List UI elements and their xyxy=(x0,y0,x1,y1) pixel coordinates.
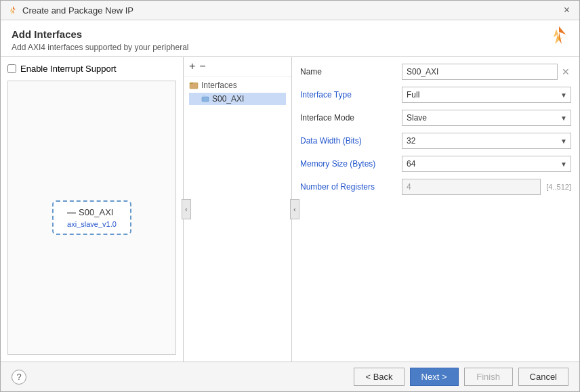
name-label: Name xyxy=(300,67,402,77)
interfaces-label: Interfaces xyxy=(201,81,237,90)
memory-size-select[interactable]: 64 128 256 xyxy=(402,156,571,172)
ip-block: — S00_AXI axi_slave_v1.0 xyxy=(52,200,131,235)
enable-interrupt-label: Enable Interrupt Support xyxy=(20,64,117,74)
middle-panel: + − Interfaces S00_AXI xyxy=(184,57,292,362)
data-width-select-wrap: 32 64 128 ▼ xyxy=(402,133,571,149)
form-row-data-width: Data Width (Bits) 32 64 128 ▼ xyxy=(300,133,571,149)
interface-type-select[interactable]: Full Lite Stream xyxy=(402,87,571,103)
header-section: Add Interfaces Add AXI4 interfaces suppo… xyxy=(1,20,579,57)
name-value-wrap: ✕ xyxy=(402,64,571,80)
data-width-label: Data Width (Bits) xyxy=(300,136,402,146)
footer: ? < Back Next > Finish Cancel xyxy=(1,362,579,391)
ip-block-minus-icon: — xyxy=(67,207,76,217)
footer-right: < Back Next > Finish Cancel xyxy=(354,368,568,386)
app-icon xyxy=(7,5,18,16)
interface-tree: Interfaces S00_AXI xyxy=(184,77,291,362)
interface-mode-label: Interface Mode xyxy=(300,113,402,123)
cancel-button[interactable]: Cancel xyxy=(518,368,568,386)
tree-item-s00-axi[interactable]: S00_AXI xyxy=(189,93,286,105)
page-title: Add Interfaces xyxy=(12,28,568,40)
dialog: Create and Package New IP × Add Interfac… xyxy=(0,0,580,392)
data-width-select[interactable]: 32 64 128 xyxy=(402,133,571,149)
name-input[interactable] xyxy=(402,64,558,80)
form-row-interface-mode: Interface Mode Slave Master ▼ xyxy=(300,110,571,126)
data-width-value-wrap: 32 64 128 ▼ xyxy=(402,133,571,149)
form-row-num-registers: Number of Registers [4..512] xyxy=(300,179,571,195)
next-button[interactable]: Next > xyxy=(410,368,459,386)
middle-toolbar: + − xyxy=(184,57,291,77)
interface-icon xyxy=(201,95,209,103)
left-panel: Enable Interrupt Support — S00_AXI axi_s… xyxy=(1,57,184,362)
right-panel: Name ✕ Interface Type Full Lite Stream xyxy=(292,57,579,362)
back-button[interactable]: < Back xyxy=(354,368,404,386)
form-row-interface-type: Interface Type Full Lite Stream ▼ xyxy=(300,87,571,103)
folder-icon xyxy=(189,81,199,90)
memory-size-select-wrap: 64 128 256 ▼ xyxy=(402,156,571,172)
ip-block-header: — S00_AXI xyxy=(67,207,117,217)
remove-interface-button[interactable]: − xyxy=(199,61,205,72)
num-registers-input[interactable] xyxy=(402,179,541,195)
content-area: Enable Interrupt Support — S00_AXI axi_s… xyxy=(1,57,579,362)
name-clear-button[interactable]: ✕ xyxy=(560,66,571,77)
collapse-mid-button[interactable]: ‹ xyxy=(290,199,299,219)
interface-type-select-wrap: Full Lite Stream ▼ xyxy=(402,87,571,103)
tree-item-label: S00_AXI xyxy=(212,94,244,104)
ip-block-subname: axi_slave_v1.0 xyxy=(67,220,117,228)
close-button[interactable]: × xyxy=(561,5,573,16)
title-bar: Create and Package New IP × xyxy=(1,1,579,20)
dialog-title: Create and Package New IP xyxy=(22,5,133,16)
svg-rect-6 xyxy=(202,97,209,102)
footer-left: ? xyxy=(12,370,26,385)
num-registers-value-wrap: [4..512] xyxy=(402,179,571,195)
interface-mode-select[interactable]: Slave Master xyxy=(402,110,571,126)
memory-size-label: Memory Size (Bytes) xyxy=(300,159,402,169)
num-registers-range-hint: [4..512] xyxy=(546,183,571,191)
title-bar-left: Create and Package New IP xyxy=(7,5,133,16)
interface-type-value-wrap: Full Lite Stream ▼ xyxy=(402,87,571,103)
ip-block-name: S00_AXI xyxy=(79,207,113,217)
vivado-logo xyxy=(548,25,570,47)
memory-size-value-wrap: 64 128 256 ▼ xyxy=(402,156,571,172)
svg-rect-7 xyxy=(203,95,205,97)
form-row-name: Name ✕ xyxy=(300,64,571,80)
canvas-area: — S00_AXI axi_slave_v1.0 xyxy=(7,81,176,355)
interface-mode-select-wrap: Slave Master ▼ xyxy=(402,110,571,126)
form-row-memory-size: Memory Size (Bytes) 64 128 256 ▼ xyxy=(300,156,571,172)
enable-interrupt-checkbox[interactable] xyxy=(7,64,16,73)
enable-interrupt-row: Enable Interrupt Support xyxy=(7,64,176,74)
add-interface-button[interactable]: + xyxy=(189,61,195,72)
svg-rect-5 xyxy=(190,83,193,84)
interfaces-group-label: Interfaces xyxy=(189,81,286,90)
page-subtitle: Add AXI4 interfaces supported by your pe… xyxy=(12,43,568,52)
interface-mode-value-wrap: Slave Master ▼ xyxy=(402,110,571,126)
finish-button: Finish xyxy=(464,368,513,386)
num-registers-label: Number of Registers xyxy=(300,182,402,192)
interface-type-label: Interface Type xyxy=(300,90,402,100)
help-button[interactable]: ? xyxy=(12,370,26,385)
